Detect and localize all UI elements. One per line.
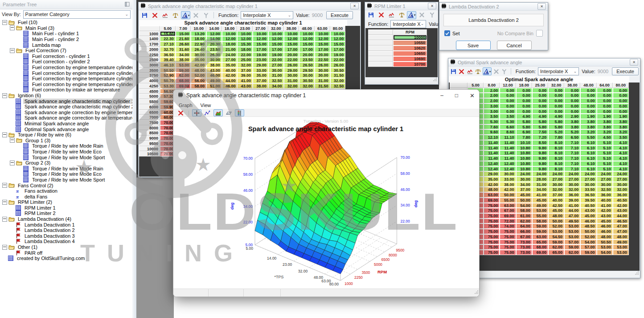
tps-column-header[interactable]: 48.00	[299, 26, 315, 31]
map-cell[interactable]: 10.00	[299, 31, 315, 37]
tree-item[interactable]: Other (1)	[0, 244, 132, 250]
tree-item[interactable]: Torque / Ride by wire Mode Sport	[0, 177, 132, 183]
map-cell[interactable]: 11.40	[500, 156, 516, 161]
map-cell[interactable]: 42.00	[191, 62, 206, 68]
map-cell[interactable]: 13.20	[191, 31, 206, 37]
axis-mode-icon[interactable]: A	[483, 67, 492, 75]
rpm-row-header[interactable]: 3000	[139, 62, 160, 68]
map-cell[interactable]: 10.00	[237, 31, 253, 37]
map-cell[interactable]: 4.10	[613, 145, 629, 151]
map-cell[interactable]: 3.20	[597, 129, 613, 135]
save-icon[interactable]	[366, 11, 376, 19]
trace-icon[interactable]	[466, 67, 473, 75]
map-cell[interactable]: 73.00	[516, 240, 532, 245]
map-cell[interactable]: 18.00	[237, 47, 253, 52]
tree-item[interactable]: Torque / Ride by wire (6)	[0, 132, 132, 138]
rpm-row-header[interactable]: 9500	[139, 141, 160, 146]
map-cell[interactable]: 6.10	[580, 140, 596, 145]
map-cell[interactable]: 22.00	[330, 57, 346, 62]
map-cell[interactable]: 41.00	[237, 78, 253, 83]
rpm-row-header[interactable]: 4500	[139, 89, 160, 94]
map-cell[interactable]: 75.00	[484, 240, 500, 245]
map-cell[interactable]: 48.00	[484, 187, 500, 192]
map-cell[interactable]: 6.10	[580, 166, 596, 172]
tree-item[interactable]: Fuel correction by engine temperature cy…	[0, 70, 132, 76]
map-cell[interactable]: 52.90	[160, 73, 176, 78]
map-cell[interactable]: 45.00	[548, 208, 564, 213]
map-cell[interactable]: 32.00	[237, 62, 253, 68]
map-cell[interactable]: 46.50	[613, 219, 629, 224]
map-cell[interactable]: 46.00	[206, 73, 222, 78]
close-red-x-icon[interactable]	[176, 109, 185, 116]
tree-item[interactable]: Torque / Ride by wire Mode Rain	[0, 165, 132, 171]
map-cell[interactable]: 31.00	[315, 78, 330, 83]
tps-column-header[interactable]: 38.00	[284, 26, 299, 31]
map-cell[interactable]: 8.10	[548, 156, 564, 161]
rpm-row-header[interactable]: 6500	[139, 110, 160, 115]
map-cell[interactable]: 45.00	[532, 198, 548, 203]
trace-icon[interactable]	[387, 11, 396, 19]
map-cell[interactable]: 37.00	[548, 192, 564, 198]
map-cell[interactable]: 27.00	[564, 177, 580, 182]
map-cell[interactable]: 0.00	[564, 98, 580, 103]
map-cell[interactable]: 73.00	[516, 244, 532, 250]
map-cell[interactable]: 63.00	[532, 234, 548, 240]
map-cell[interactable]: 29.00	[484, 171, 500, 177]
map-cell[interactable]: 5.50	[580, 135, 596, 140]
map-cell[interactable]: 75.00	[500, 234, 516, 240]
tree-item[interactable]: Lambda Deactivation 3	[0, 233, 132, 239]
map-cell[interactable]: 18.00	[191, 36, 206, 41]
clear-red-x-icon[interactable]	[377, 11, 386, 19]
map-cell[interactable]: 10.10	[516, 140, 532, 145]
map-cell[interactable]: 22.00	[284, 57, 299, 62]
menu-graph[interactable]: Graph	[179, 103, 193, 108]
map-cell[interactable]: 9.80	[532, 161, 548, 166]
map-cell[interactable]: 32.00	[330, 78, 346, 83]
map-cell[interactable]: 0.00	[548, 88, 564, 93]
map-cell[interactable]: 53.00	[548, 229, 564, 234]
map-cell[interactable]: 26.30	[206, 52, 222, 58]
filter-y-icon[interactable]	[500, 67, 508, 75]
map-cell[interactable]: 12.00	[253, 36, 268, 41]
tps-column-header[interactable]: 38.00	[564, 83, 580, 88]
map-cell[interactable]: 30.00	[613, 182, 629, 187]
rpm-row-header[interactable]: 2250	[139, 52, 160, 58]
cut-x-icon[interactable]	[492, 67, 500, 75]
map-cell[interactable]: 37.00	[237, 68, 253, 73]
map-cell[interactable]: 5.80	[516, 124, 532, 130]
map-cell[interactable]: 0.00	[532, 98, 548, 103]
map-cell[interactable]: 28.00	[532, 177, 548, 182]
map-cell[interactable]: 46.00	[222, 83, 238, 89]
map-cell[interactable]: 11.40	[484, 140, 500, 145]
map-cell[interactable]: 9.80	[532, 166, 548, 172]
map-cell[interactable]: 30.00	[315, 73, 330, 78]
tps-column-header[interactable]: 48.00	[580, 83, 596, 88]
collapse-box-icon[interactable]	[10, 25, 15, 30]
close-icon[interactable]: ✕	[428, 3, 436, 9]
map-cell[interactable]: 67.00	[516, 234, 532, 240]
map-cell[interactable]: 18.00	[222, 41, 238, 47]
map-cell[interactable]: 19.00	[268, 52, 284, 58]
map-cell[interactable]: 8.60	[500, 129, 516, 135]
map-cell[interactable]: 23.50	[299, 57, 315, 62]
map-cell[interactable]: 0.00	[580, 88, 596, 93]
map-cell[interactable]: 46.00	[580, 219, 596, 224]
map-cell[interactable]: 27.00	[268, 62, 284, 68]
map-cell[interactable]: 12.00	[330, 36, 346, 41]
map-cell[interactable]: 11.40	[500, 150, 516, 156]
tree-item[interactable]: RPM Limiter (2)	[0, 199, 132, 205]
map-cell[interactable]: 21.00	[222, 47, 238, 52]
value-field[interactable]: 9000	[598, 69, 608, 74]
map-cell[interactable]: 0.00	[548, 109, 564, 114]
map-cell[interactable]: 0.00	[564, 88, 580, 93]
map-cell[interactable]: 15.00	[299, 41, 315, 47]
map-cell[interactable]: 50.70	[160, 78, 176, 83]
row-header[interactable]	[368, 56, 393, 62]
map-cell[interactable]: 11.40	[484, 150, 500, 156]
map-cell[interactable]: 3.50	[613, 135, 629, 140]
tree-item[interactable]: πFans activation	[0, 188, 132, 194]
map-cell[interactable]: 69.00	[176, 83, 191, 89]
map-cell[interactable]: 0.00	[548, 93, 564, 98]
map-cell[interactable]: 30.00	[516, 177, 532, 182]
map-cell[interactable]: 54.00	[597, 250, 613, 255]
